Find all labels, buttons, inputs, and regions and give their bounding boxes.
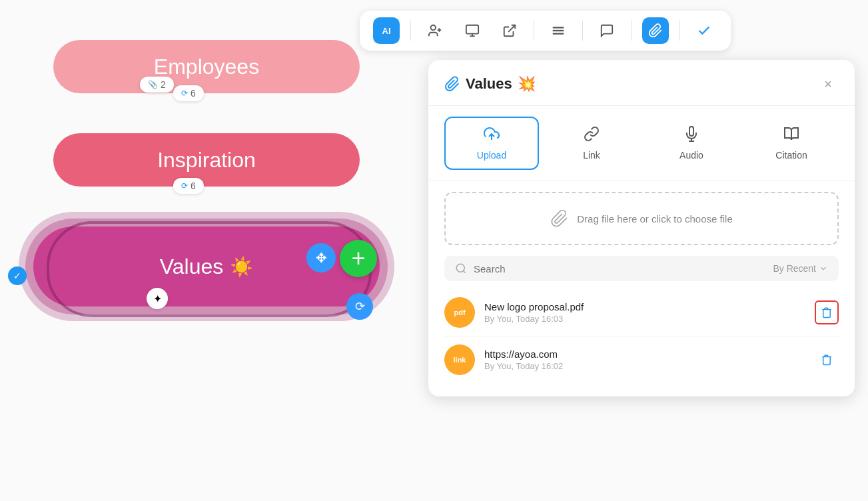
file-name-1: New logo proposal.pdf xyxy=(484,301,805,312)
link-icon xyxy=(584,126,600,146)
employees-badge-count: 6 xyxy=(191,88,196,99)
paperclip-icon: 📎 xyxy=(148,80,158,89)
badge-values: 📎 2 xyxy=(140,77,174,93)
upload-icon xyxy=(484,126,500,146)
refresh-icon: ⟳ xyxy=(181,89,188,98)
present-button[interactable] xyxy=(459,17,486,44)
pdf-badge: pdf xyxy=(444,297,475,328)
divider-5 xyxy=(679,21,680,41)
values-attachment-count: 2 xyxy=(161,79,166,90)
badge-employees: ⟳ 6 xyxy=(173,85,204,101)
upload-drop-area[interactable]: Drag file here or click to choose file xyxy=(444,192,839,245)
sparkle-badge: ✦ xyxy=(147,288,168,309)
panel-title-icon xyxy=(444,76,460,92)
link-badge: link xyxy=(444,344,475,375)
node-inspiration-label: Inspiration xyxy=(157,148,256,173)
move-icon[interactable]: ✥ xyxy=(306,243,336,272)
ai-button[interactable]: AI xyxy=(373,17,400,44)
add-node-button[interactable]: + xyxy=(340,240,377,277)
file-item: pdf New logo proposal.pdf By You, Today … xyxy=(444,289,839,336)
search-input[interactable] xyxy=(474,263,766,274)
add-user-button[interactable] xyxy=(422,17,448,44)
svg-rect-3 xyxy=(466,25,478,34)
svg-point-13 xyxy=(456,264,464,272)
file-info-2: https://ayoa.com By You, Today 16:02 xyxy=(484,348,805,371)
tab-link[interactable]: Link xyxy=(544,117,639,170)
divider-1 xyxy=(410,21,411,41)
inspiration-badge-count: 6 xyxy=(191,181,196,191)
confirm-button[interactable] xyxy=(691,17,717,44)
upload-area-icon xyxy=(550,209,569,228)
share-button[interactable] xyxy=(496,17,523,44)
tab-citation[interactable]: Citation xyxy=(744,117,839,170)
file-info-1: New logo proposal.pdf By You, Today 16:0… xyxy=(484,301,805,324)
divider-3 xyxy=(582,21,583,41)
link-badge-label: link xyxy=(454,356,466,364)
tab-citation-label: Citation xyxy=(775,150,807,161)
delete-button-2[interactable] xyxy=(815,348,839,372)
panel-tabs: Upload Link Audio xyxy=(428,106,855,181)
file-name-2: https://ayoa.com xyxy=(484,348,805,360)
panel-title-emoji: 💥 xyxy=(518,75,536,93)
tab-audio-label: Audio xyxy=(679,150,703,161)
svg-line-14 xyxy=(463,270,465,272)
badge-inspiration: ⟳ 6 xyxy=(173,178,204,194)
divider-2 xyxy=(534,21,534,41)
menu-button[interactable] xyxy=(545,17,572,44)
tab-audio[interactable]: Audio xyxy=(644,117,739,170)
sun-icon: ☀️ xyxy=(230,256,253,278)
attach-button[interactable] xyxy=(642,17,669,44)
delete-button-1[interactable] xyxy=(815,300,839,324)
sort-button[interactable]: By Recent xyxy=(773,263,828,274)
divider-4 xyxy=(631,21,632,41)
check-circle: ✓ xyxy=(8,266,27,285)
node-employees[interactable]: Employees xyxy=(53,40,360,93)
attachment-panel: Values 💥 × Upload Link xyxy=(428,60,855,396)
book-icon xyxy=(783,126,799,146)
panel-title-text: Values xyxy=(466,75,512,93)
search-bar: By Recent xyxy=(444,256,839,281)
svg-line-6 xyxy=(508,25,515,32)
refresh-icon-2: ⟳ xyxy=(181,181,188,191)
upload-area-text: Drag file here or click to choose file xyxy=(577,213,732,225)
search-icon xyxy=(455,262,467,274)
file-meta-2: By You, Today 16:02 xyxy=(484,361,805,371)
ai-label: AI xyxy=(382,26,391,36)
node-inspiration[interactable]: Inspiration xyxy=(53,133,360,187)
node-values-wrapper: Values ☀️ xyxy=(33,227,386,313)
node-employees-label: Employees xyxy=(154,55,259,79)
tab-upload[interactable]: Upload xyxy=(444,117,539,170)
panel-title: Values 💥 xyxy=(444,75,817,93)
file-meta-1: By You, Today 16:03 xyxy=(484,314,805,324)
tab-link-label: Link xyxy=(583,150,600,161)
refresh-button[interactable]: ⟳ xyxy=(346,293,373,320)
file-item-2: link https://ayoa.com By You, Today 16:0… xyxy=(444,336,839,383)
tab-upload-label: Upload xyxy=(477,150,506,161)
panel-header: Values 💥 × xyxy=(428,60,855,106)
sort-label: By Recent xyxy=(773,263,816,274)
chevron-down-icon xyxy=(819,264,828,273)
toolbar: AI xyxy=(360,11,731,51)
close-button[interactable]: × xyxy=(817,73,839,95)
node-values-label: Values xyxy=(160,254,223,279)
file-list: pdf New logo proposal.pdf By You, Today … xyxy=(444,289,839,383)
mic-icon xyxy=(683,126,699,146)
chat-button[interactable] xyxy=(594,17,620,44)
svg-point-0 xyxy=(431,25,436,30)
pdf-badge-label: pdf xyxy=(454,308,465,316)
